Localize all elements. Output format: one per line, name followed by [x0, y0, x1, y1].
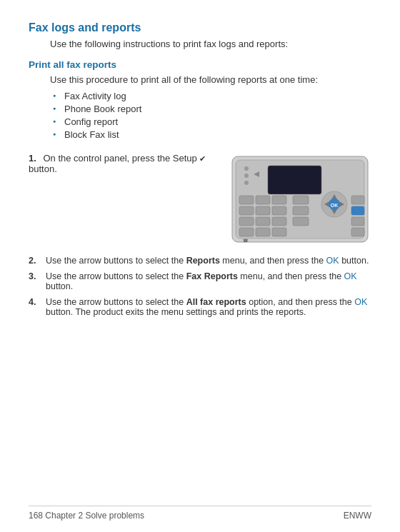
step1-text: 1. On the control panel, press the Setup… — [29, 153, 214, 246]
section-title: Print all fax reports — [29, 59, 371, 70]
main-title: Fax logs and reports — [29, 21, 371, 34]
step3-num: 3. — [29, 271, 40, 281]
svg-rect-2 — [268, 166, 321, 194]
svg-rect-32 — [351, 228, 364, 236]
page: Fax logs and reports Use the following i… — [0, 0, 400, 532]
footer-left: 168 Chapter 2 Solve problems — [29, 511, 144, 521]
svg-rect-13 — [256, 217, 270, 226]
svg-point-3 — [244, 166, 249, 171]
svg-point-5 — [244, 181, 249, 185]
svg-text:☎: ☎ — [243, 239, 249, 243]
list-item: Block Fax list — [64, 129, 371, 140]
step2-num: 2. — [29, 256, 40, 266]
step4: 4. Use the arrow buttons to select the A… — [29, 297, 371, 317]
bullet-list: Fax Activity log Phone Book report Confi… — [64, 91, 371, 140]
svg-rect-16 — [272, 206, 286, 215]
numbered-steps: 2. Use the arrow buttons to select the R… — [29, 256, 371, 317]
step1-area: 1. On the control panel, press the Setup… — [29, 153, 371, 246]
footer: 168 Chapter 2 Solve problems ENWW — [29, 506, 371, 521]
step4-body: Use the arrow buttons to select the All … — [46, 297, 371, 317]
step1-number: 1. — [29, 153, 36, 164]
ok-link-step4[interactable]: OK — [354, 297, 367, 307]
svg-rect-18 — [272, 228, 286, 236]
svg-rect-11 — [256, 196, 270, 204]
svg-rect-10 — [239, 228, 254, 236]
svg-text:OK: OK — [331, 203, 339, 208]
svg-rect-17 — [272, 217, 286, 226]
step4-num: 4. — [29, 297, 40, 307]
list-item: Config report — [64, 116, 371, 127]
ok-link-step2[interactable]: OK — [326, 256, 339, 266]
svg-rect-9 — [239, 217, 254, 226]
intro-text: Use the following instructions to print … — [50, 39, 371, 49]
section-intro: Use this procedure to print all of the f… — [50, 74, 371, 85]
svg-rect-29 — [351, 196, 364, 204]
svg-rect-20 — [293, 206, 309, 215]
footer-right: ENWW — [344, 511, 371, 521]
step3: 3. Use the arrow buttons to select the F… — [29, 271, 371, 291]
svg-rect-21 — [293, 217, 309, 226]
svg-rect-19 — [293, 196, 309, 204]
step1-content: On the control panel, press the Setup ✔ … — [29, 153, 206, 174]
printer-image: OK ☎ — [229, 153, 371, 246]
svg-rect-8 — [239, 206, 254, 215]
list-item: Fax Activity log — [64, 91, 371, 101]
ok-link-step3[interactable]: OK — [344, 271, 357, 281]
svg-rect-7 — [239, 196, 254, 204]
list-item: Phone Book report — [64, 104, 371, 114]
svg-rect-30 — [351, 206, 364, 215]
svg-rect-15 — [272, 196, 286, 204]
svg-rect-31 — [351, 217, 364, 226]
svg-point-4 — [244, 174, 249, 178]
step2-body: Use the arrow buttons to select the Repo… — [46, 256, 371, 266]
svg-rect-12 — [256, 206, 270, 215]
step3-body: Use the arrow buttons to select the Fax … — [46, 271, 371, 291]
step2: 2. Use the arrow buttons to select the R… — [29, 256, 371, 266]
svg-rect-14 — [256, 228, 270, 236]
